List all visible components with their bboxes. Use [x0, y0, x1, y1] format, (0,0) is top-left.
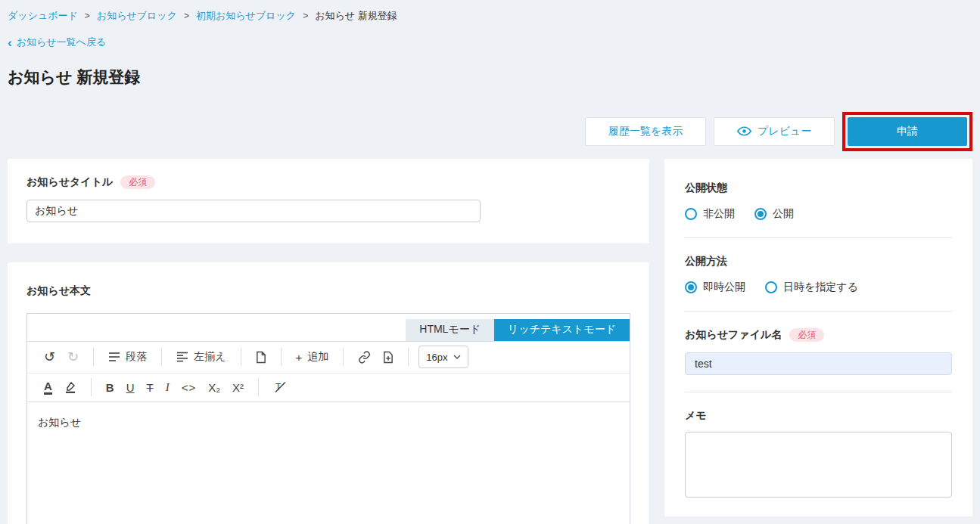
radio-private-label: 非公開: [703, 207, 735, 221]
code-icon: <>: [182, 382, 197, 393]
redo-icon: ↻: [67, 350, 79, 364]
submit-annotation-box: 申請: [842, 112, 972, 151]
file-name-input[interactable]: [685, 352, 952, 375]
remove-format-icon: T: [273, 381, 287, 393]
file-name-label: お知らせファイル名: [685, 328, 782, 342]
publish-state-section: 公開状態 非公開 公開: [685, 181, 952, 221]
preview-button[interactable]: プレビュー: [714, 117, 835, 146]
radio-icon: [765, 281, 777, 293]
title-input[interactable]: [26, 200, 481, 222]
radio-private[interactable]: 非公開: [685, 207, 735, 221]
file-add-icon: [383, 351, 394, 364]
breadcrumb-separator: >: [184, 11, 189, 21]
redo-button[interactable]: ↻: [61, 346, 85, 368]
align-left-button[interactable]: 左揃え: [170, 346, 232, 368]
required-badge: 必須: [789, 328, 824, 342]
title-field-label-row: お知らせタイトル 必須: [26, 175, 630, 189]
font-size-value: 16px: [426, 352, 447, 363]
strikethrough-icon: T: [147, 382, 154, 393]
body-field-label-row: お知らせ本文: [26, 284, 630, 298]
page: ダッシュボード > お知らせブロック > 初期お知らせブロック > お知らせ 新…: [0, 0, 980, 524]
breadcrumb-separator: >: [85, 11, 90, 21]
memo-label: メモ: [685, 409, 952, 423]
highlight-color-button[interactable]: [58, 376, 82, 398]
radio-icon-checked: [685, 281, 697, 293]
action-bar: 履歴一覧を表示 プレビュー 申請: [8, 112, 972, 151]
required-badge: 必須: [120, 175, 155, 189]
add-label: 追加: [307, 350, 328, 364]
radio-scheduled-label: 日時を指定する: [783, 281, 858, 294]
insert-link-button[interactable]: [352, 346, 377, 368]
bold-button[interactable]: B: [100, 376, 120, 398]
highlight-icon: [64, 381, 76, 393]
chevron-down-icon: [453, 355, 461, 359]
eye-icon: [737, 126, 751, 136]
breadcrumb-link-initial-news-block[interactable]: 初期お知らせブロック: [196, 9, 296, 23]
radio-public[interactable]: 公開: [754, 207, 794, 221]
file-name-section: お知らせファイル名 必須: [685, 328, 952, 375]
editor-toolbar-row1: ↺ ↻ 段落: [27, 342, 630, 374]
toolbar-separator: [241, 348, 241, 366]
underline-icon: U: [126, 382, 135, 393]
plus-icon: +: [296, 352, 303, 363]
paragraph-icon: [108, 352, 120, 362]
title-field-label: お知らせタイトル: [26, 175, 113, 189]
breadcrumb-separator: >: [303, 11, 308, 21]
align-left-label: 左揃え: [194, 350, 226, 364]
italic-icon: I: [166, 382, 170, 393]
tab-rich-text-mode[interactable]: リッチテキストモード: [494, 319, 630, 341]
main-column: お知らせタイトル 必須 お知らせ本文 HTMLモード リッチテキストモード ↺: [8, 159, 649, 524]
undo-button[interactable]: ↺: [38, 346, 61, 368]
underline-button[interactable]: U: [120, 376, 141, 398]
strikethrough-button[interactable]: T: [141, 376, 160, 398]
radio-icon: [685, 208, 697, 220]
page-title: お知らせ 新規登録: [8, 67, 972, 88]
breadcrumb-link-dashboard[interactable]: ダッシュボード: [8, 9, 78, 23]
submit-button[interactable]: 申請: [848, 117, 967, 146]
history-list-button[interactable]: 履歴一覧を表示: [585, 117, 706, 146]
toolbar-separator: [258, 378, 259, 396]
editor-toolbar-row2: A B U T I <> X₂ X: [27, 374, 630, 402]
breadcrumb: ダッシュボード > お知らせブロック > 初期お知らせブロック > お知らせ 新…: [8, 9, 972, 23]
editor-content[interactable]: お知らせ: [27, 402, 630, 524]
template-document-button[interactable]: [250, 346, 272, 368]
toolbar-separator: [408, 348, 409, 366]
back-link[interactable]: ‹ お知らせ一覧へ戻る: [8, 36, 106, 49]
publish-method-options: 即時公開 日時を指定する: [685, 281, 952, 294]
chevron-left-icon: ‹: [8, 36, 12, 49]
link-icon: [358, 351, 371, 364]
breadcrumb-link-news-block[interactable]: お知らせブロック: [97, 9, 177, 23]
radio-scheduled-publish[interactable]: 日時を指定する: [765, 281, 858, 294]
font-color-icon: A: [44, 380, 52, 395]
add-block-button[interactable]: + 追加: [290, 346, 335, 368]
font-color-button[interactable]: A: [38, 376, 58, 398]
radio-immediate-publish[interactable]: 即時公開: [685, 281, 745, 294]
italic-button[interactable]: I: [160, 376, 176, 398]
align-left-icon: [176, 352, 188, 362]
toolbar-separator: [281, 348, 282, 366]
divider: [685, 237, 952, 238]
remove-format-button[interactable]: T: [267, 376, 293, 398]
toolbar-separator: [93, 348, 94, 366]
paragraph-format-button[interactable]: 段落: [102, 346, 153, 368]
toolbar-separator: [91, 378, 92, 396]
code-button[interactable]: <>: [176, 376, 203, 398]
font-size-select[interactable]: 16px: [418, 346, 468, 368]
superscript-button[interactable]: X²: [226, 376, 250, 398]
memo-textarea[interactable]: [685, 432, 952, 498]
insert-file-button[interactable]: [377, 346, 400, 368]
divider: [685, 392, 952, 392]
publish-state-label: 公開状態: [685, 181, 952, 195]
publish-method-label: 公開方法: [685, 255, 952, 268]
tab-html-mode[interactable]: HTMLモード: [406, 319, 494, 341]
settings-panel: 公開状態 非公開 公開 公開方法: [664, 159, 972, 516]
body-field-label: お知らせ本文: [26, 284, 91, 298]
toolbar-separator: [161, 348, 162, 366]
subscript-button[interactable]: X₂: [202, 376, 226, 398]
file-name-label-row: お知らせファイル名 必須: [685, 328, 952, 342]
bold-icon: B: [106, 382, 114, 393]
breadcrumb-current: お知らせ 新規登録: [315, 9, 397, 23]
rich-text-editor: HTMLモード リッチテキストモード ↺ ↻ 段落: [26, 313, 630, 524]
content-columns: お知らせタイトル 必須 お知らせ本文 HTMLモード リッチテキストモード ↺: [8, 159, 972, 524]
subscript-icon: X₂: [208, 382, 220, 393]
